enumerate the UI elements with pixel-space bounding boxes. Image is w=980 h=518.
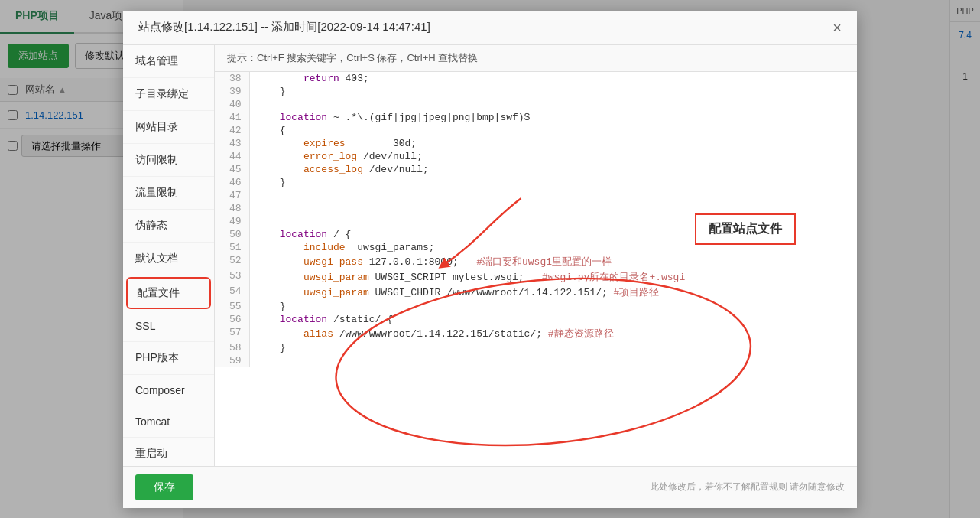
- modal-hint-text: 提示：Ctrl+F 搜索关键字，Ctrl+S 保存，Ctrl+H 查找替换: [215, 45, 857, 72]
- nav-item-config[interactable]: 配置文件: [126, 277, 211, 309]
- modal-body: 域名管理 子目录绑定 网站目录 访问限制 流量限制 伪静态 默认文档 配置文件 …: [123, 45, 857, 466]
- nav-item-rewrite[interactable]: 伪静态: [123, 210, 214, 243]
- code-line-53: 53 uwsgi_param UWSGI_SCRIPT mytest.wsgi;…: [215, 269, 857, 285]
- code-line-43: 43 expires 30d;: [215, 137, 857, 150]
- annotation-box: 配置站点文件: [695, 213, 796, 245]
- nav-item-ssl[interactable]: SSL: [123, 311, 214, 342]
- code-line-45: 45 access_log /dev/null;: [215, 163, 857, 176]
- save-button[interactable]: 保存: [135, 474, 193, 500]
- nav-item-access[interactable]: 访问限制: [123, 144, 214, 177]
- code-line-46: 46 }: [215, 176, 857, 189]
- code-line-44: 44 error_log /dev/null;: [215, 150, 857, 163]
- code-line-55: 55 }: [215, 300, 857, 313]
- code-line-56: 56 location /static/ {: [215, 313, 857, 326]
- nav-item-phpver[interactable]: PHP版本: [123, 342, 214, 375]
- modal-close-button[interactable]: ×: [832, 20, 842, 35]
- code-line-54: 54 uwsgi_param UWSGI_CHDIR /www/wwwroot/…: [215, 285, 857, 300]
- modal-overlay: 站点修改[1.14.122.151] -- 添加时间[2022-09-14 14…: [0, 0, 980, 518]
- nav-item-sitedir[interactable]: 网站目录: [123, 111, 214, 144]
- nav-item-tomcat[interactable]: Tomcat: [123, 406, 214, 438]
- nav-item-domain[interactable]: 域名管理: [123, 45, 214, 78]
- modal-footer: 保存 此处修改后，若你不了解配置规则 请勿随意修改: [123, 466, 857, 508]
- nav-item-defaultdoc[interactable]: 默认文档: [123, 243, 214, 275]
- modal-dialog: 站点修改[1.14.122.151] -- 添加时间[2022-09-14 14…: [123, 11, 857, 508]
- modal-title: 站点修改[1.14.122.151] -- 添加时间[2022-09-14 14…: [138, 20, 430, 34]
- nav-item-restart[interactable]: 重启动: [123, 438, 214, 466]
- nav-item-subdir[interactable]: 子目录绑定: [123, 78, 214, 111]
- code-line-38: 38 return 403;: [215, 72, 857, 85]
- modal-right-content: 提示：Ctrl+F 搜索关键字，Ctrl+S 保存，Ctrl+H 查找替换 配置…: [215, 45, 857, 466]
- nav-item-composer[interactable]: Composer: [123, 375, 214, 406]
- code-line-41: 41 location ~ .*\.(gif|jpg|jpeg|png|bmp|…: [215, 111, 857, 124]
- code-line-42: 42 {: [215, 124, 857, 137]
- code-line-40: 40: [215, 98, 857, 111]
- code-editor-area[interactable]: 配置站点文件: [215, 72, 857, 466]
- code-line-58: 58 }: [215, 341, 857, 354]
- modal-header: 站点修改[1.14.122.151] -- 添加时间[2022-09-14 14…: [123, 11, 857, 45]
- footer-hint-text: 此处修改后，若你不了解配置规则 请勿随意修改: [650, 481, 845, 494]
- code-line-47: 47: [215, 189, 857, 202]
- code-line-59: 59: [215, 354, 857, 367]
- code-line-57: 57 alias /www/wwwroot/1.14.122.151/stati…: [215, 326, 857, 341]
- code-line-52: 52 uwsgi_pass 127.0.0.1:8000; #端口要和uwsgi…: [215, 254, 857, 269]
- nav-item-traffic[interactable]: 流量限制: [123, 177, 214, 210]
- code-line-39: 39 }: [215, 85, 857, 98]
- modal-nav: 域名管理 子目录绑定 网站目录 访问限制 流量限制 伪静态 默认文档 配置文件 …: [123, 45, 215, 466]
